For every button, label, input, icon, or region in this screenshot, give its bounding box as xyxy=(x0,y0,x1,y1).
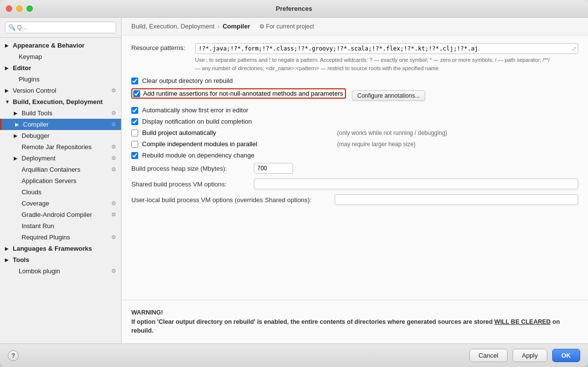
search-icon: 🔍 xyxy=(8,24,16,31)
resource-patterns-input[interactable] xyxy=(195,43,578,54)
traffic-lights xyxy=(6,5,33,12)
bottom-bar: ? Cancel Apply OK xyxy=(0,343,588,367)
sidebar-item-languages[interactable]: ▶ Languages & Frameworks xyxy=(0,243,121,254)
sidebar-item-label: Gradle-Android Compiler xyxy=(22,211,109,218)
sidebar-list: ▶ Appearance & Behavior Keymap ▶ Editor … xyxy=(0,38,121,343)
search-wrapper: 🔍 xyxy=(5,22,116,33)
sidebar-item-arquillian[interactable]: Arquillian Containers ⚙ xyxy=(0,164,121,175)
compile-parallel-checkbox[interactable] xyxy=(131,141,138,148)
add-runtime-row: Add runtime assertions for not-null-anno… xyxy=(131,88,578,103)
sidebar-item-appearance[interactable]: ▶ Appearance & Behavior xyxy=(0,40,121,51)
close-button[interactable] xyxy=(6,5,12,12)
sidebar-item-gradle-android[interactable]: Gradle-Android Compiler ⚙ xyxy=(0,209,121,220)
arrow-icon: ▶ xyxy=(5,88,11,93)
sidebar-item-label: Tools xyxy=(13,256,116,263)
sidebar-item-label: Arquillian Containers xyxy=(22,166,109,173)
sidebar-item-label: Required Plugins xyxy=(22,234,109,241)
build-automatically-checkbox[interactable] xyxy=(131,130,138,136)
add-runtime-checkbox[interactable] xyxy=(133,90,140,97)
build-automatically-note: (only works while not running / debuggin… xyxy=(337,130,447,136)
sidebar-item-version-control[interactable]: ▶ Version Control ⚙ xyxy=(0,85,121,96)
sidebar-item-label: Coverage xyxy=(22,200,109,207)
show-first-error-row: Automatically show first error in editor xyxy=(131,106,578,114)
apply-button[interactable]: Apply xyxy=(513,349,547,362)
sidebar-item-label: Compiler xyxy=(23,121,109,128)
sidebar-item-label: Keymap xyxy=(19,53,116,60)
settings-panel: Resource patterns: ⤢ Use ; to separate p… xyxy=(122,35,588,300)
sidebar-item-label: Debugger xyxy=(22,132,116,139)
sidebar-item-label: Remote Jar Repositories xyxy=(22,143,109,151)
heap-size-row: Build process heap size (Mbytes): xyxy=(131,163,578,174)
user-local-vm-input[interactable] xyxy=(335,194,578,205)
configure-annotations-button[interactable]: Configure annotations... xyxy=(352,90,425,101)
arrow-icon: ▶ xyxy=(5,246,11,251)
settings-icon: ⚙ xyxy=(111,155,116,161)
sidebar-item-remote-jar[interactable]: Remote Jar Repositories ⚙ xyxy=(0,141,121,153)
warning-area: WARNING! If option 'Clear output directo… xyxy=(122,300,588,343)
arrow-icon: ▶ xyxy=(5,257,11,262)
sidebar-item-label: Languages & Frameworks xyxy=(13,245,116,252)
sidebar-item-debugger[interactable]: ▶ Debugger xyxy=(0,130,121,141)
heap-size-input[interactable] xyxy=(254,163,293,174)
arrow-icon: ▶ xyxy=(14,110,20,116)
show-first-error-checkbox[interactable] xyxy=(131,107,138,114)
warning-body: If option 'Clear output directory on reb… xyxy=(131,318,560,335)
window-title: Preferences xyxy=(276,5,312,12)
sidebar-item-build-execution[interactable]: ▼ Build, Execution, Deployment xyxy=(0,96,121,107)
sidebar-item-plugins[interactable]: Plugins xyxy=(0,74,121,85)
expand-icon: ⤢ xyxy=(572,46,576,52)
compile-parallel-label: Compile independent modules in parallel xyxy=(142,140,257,148)
cancel-button[interactable]: Cancel xyxy=(469,349,508,362)
sidebar-item-label: Clouds xyxy=(22,188,116,196)
ok-button[interactable]: OK xyxy=(552,349,581,362)
arrow-icon: ▼ xyxy=(5,99,11,105)
shared-vm-input[interactable] xyxy=(254,179,578,189)
sidebar-item-build-tools[interactable]: ▶ Build Tools ⚙ xyxy=(0,107,121,119)
sidebar-item-lombok[interactable]: Lombok plugin ⚙ xyxy=(0,265,121,277)
sidebar-item-keymap[interactable]: Keymap xyxy=(0,51,121,62)
bottom-left: ? xyxy=(8,350,19,361)
help-button[interactable]: ? xyxy=(8,350,19,361)
sidebar-item-label: Build Tools xyxy=(22,109,109,117)
sidebar-item-editor[interactable]: ▶ Editor xyxy=(0,62,121,74)
sidebar: 🔍 ▶ Appearance & Behavior Keymap ▶ xyxy=(0,18,122,343)
user-local-vm-row: User-local build process VM options (ove… xyxy=(131,194,578,205)
clear-output-checkbox[interactable] xyxy=(131,78,138,84)
sidebar-item-label: Build, Execution, Deployment xyxy=(13,98,116,105)
rebuild-dependency-row: Rebuild module on dependency change xyxy=(131,152,578,159)
shared-vm-label: Shared build process VM options: xyxy=(131,181,254,188)
sidebar-item-clouds[interactable]: Clouds xyxy=(0,186,121,198)
sidebar-item-tools[interactable]: ▶ Tools xyxy=(0,254,121,265)
title-bar: Preferences xyxy=(0,0,588,18)
resource-patterns-row: Resource patterns: ⤢ xyxy=(131,43,578,54)
resource-patterns-label: Resource patterns: xyxy=(131,43,195,52)
heap-size-label: Build process heap size (Mbytes): xyxy=(131,165,254,172)
main-content: 🔍 ▶ Appearance & Behavior Keymap ▶ xyxy=(0,18,588,343)
user-local-vm-label: User-local build process VM options (ove… xyxy=(131,196,335,204)
arrow-icon: ▶ xyxy=(14,156,20,161)
sidebar-item-deployment[interactable]: ▶ Deployment ⚙ xyxy=(0,153,121,164)
display-notification-label: Display notification on build completion xyxy=(142,118,252,125)
sidebar-item-coverage[interactable]: Coverage ⚙ xyxy=(0,198,121,209)
add-runtime-highlighted: Add runtime assertions for not-null-anno… xyxy=(131,88,346,99)
sidebar-item-app-servers[interactable]: Application Servers xyxy=(0,175,121,186)
sidebar-item-required-plugins[interactable]: Required Plugins ⚙ xyxy=(0,232,121,243)
breadcrumb-for-project: ⚙ For current project xyxy=(259,23,314,30)
search-input[interactable] xyxy=(5,22,116,33)
search-bar: 🔍 xyxy=(0,18,121,38)
sidebar-item-compiler[interactable]: ▶ Compiler ⚙ xyxy=(0,119,121,130)
content-area: Build, Execution, Deployment › Compiler … xyxy=(122,18,588,343)
minimize-button[interactable] xyxy=(16,5,23,12)
sidebar-item-instant-run[interactable]: Instant Run xyxy=(0,220,121,232)
settings-icon: ⚙ xyxy=(111,144,116,150)
warning-title: WARNING! xyxy=(131,309,163,316)
maximize-button[interactable] xyxy=(26,5,33,12)
display-notification-checkbox[interactable] xyxy=(131,118,138,125)
rebuild-dependency-checkbox[interactable] xyxy=(131,152,138,159)
breadcrumb-separator: › xyxy=(218,23,220,30)
settings-icon: ⚙ xyxy=(111,87,116,94)
compile-parallel-note: (may require larger heap size) xyxy=(337,141,416,148)
build-automatically-row: Build project automatically (only works … xyxy=(131,129,578,136)
shared-vm-row: Shared build process VM options: xyxy=(131,179,578,189)
display-notification-row: Display notification on build completion xyxy=(131,118,578,125)
